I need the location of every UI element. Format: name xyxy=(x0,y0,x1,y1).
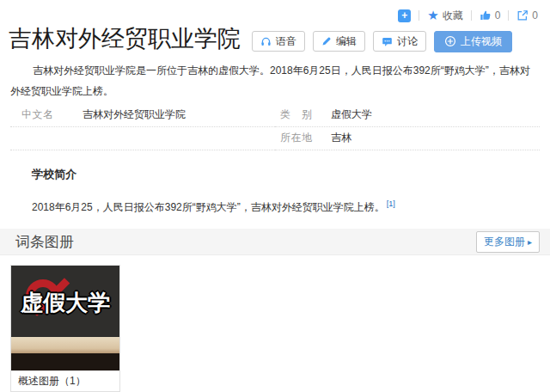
entry-toolbar: 语音 编辑 xyxy=(252,31,512,52)
infobox: 中文名 吉林对外经贸职业学院 类别 虚假大学 所在地 吉林 xyxy=(10,104,540,150)
favorite-button[interactable]: ★ 收藏 xyxy=(427,9,462,23)
thumb-up-icon xyxy=(480,9,492,21)
like-button[interactable]: 0 xyxy=(480,9,501,21)
desk-surface xyxy=(11,337,119,353)
infobox-row-empty xyxy=(10,127,275,150)
star-icon: ★ xyxy=(427,9,438,21)
infobox-label: 类别 xyxy=(280,108,312,121)
share-count: 0 xyxy=(532,9,538,21)
stamp-text: 虚假大学 xyxy=(11,288,119,318)
divider xyxy=(508,10,509,21)
discuss-label: 讨论 xyxy=(397,34,418,49)
like-count: 0 xyxy=(495,9,501,21)
infobox-value: 吉林 xyxy=(331,132,351,144)
section-paragraph: 2018年6月25，人民日报公布392所“野鸡大学”，吉林对外经贸职业学院上榜。… xyxy=(32,195,540,216)
infobox-label: 中文名 xyxy=(21,108,53,121)
plus-circle-icon xyxy=(444,35,456,47)
share-button[interactable]: 0 xyxy=(516,9,538,21)
voice-button[interactable]: 语音 xyxy=(252,31,305,52)
album-cover-image[interactable]: 虚假大学 xyxy=(11,266,119,371)
infobox-row-location: 所在地 吉林 xyxy=(275,127,540,150)
album-card[interactable]: 虚假大学 概述图册（1） xyxy=(10,265,120,392)
section-school-intro: 学校简介 2018年6月25，人民日报公布392所“野鸡大学”，吉林对外经贸职业… xyxy=(32,168,540,216)
desk-shadow xyxy=(11,353,119,371)
title-row: 吉林对外经贸职业学院 语音 编辑 xyxy=(0,24,550,53)
arrow-right-icon: ▸ xyxy=(528,237,532,247)
infobox-value: 虚假大学 xyxy=(331,108,372,121)
voice-label: 语音 xyxy=(276,34,296,49)
upload-video-label: 上传视频 xyxy=(461,34,502,49)
divider xyxy=(471,10,472,21)
edit-label: 编辑 xyxy=(336,34,357,49)
summary-paragraph: 吉林对外经贸职业学院是一所位于吉林的虚假大学。2018年6月25日，人民日报公布… xyxy=(10,60,540,101)
headphones-icon xyxy=(260,36,272,47)
infobox-row-category: 类别 虚假大学 xyxy=(275,104,540,127)
header-actions: + ★ 收藏 0 0 xyxy=(0,0,550,22)
page-title: 吉林对外经贸职业学院 xyxy=(9,24,241,53)
section-heading: 学校简介 xyxy=(32,168,540,181)
divider xyxy=(419,10,419,21)
discuss-button[interactable]: 讨论 xyxy=(373,31,426,52)
share-icon xyxy=(516,9,529,21)
reference-link[interactable]: [1] xyxy=(387,199,395,208)
infobox-row-chinese-name: 中文名 吉林对外经贸职业学院 xyxy=(10,104,275,127)
infobox-label: 所在地 xyxy=(280,132,312,144)
chat-bubble-icon xyxy=(382,36,393,47)
album-caption[interactable]: 概述图册（1） xyxy=(11,371,119,391)
baike-entry-page: + ★ 收藏 0 0 xyxy=(0,0,550,392)
favorite-label: 收藏 xyxy=(443,9,463,23)
app-plus-icon[interactable]: + xyxy=(398,9,411,22)
section-text: 2018年6月25，人民日报公布392所“野鸡大学”，吉林对外经贸职业学院上榜。 xyxy=(32,201,385,213)
pencil-icon xyxy=(321,36,332,46)
album-heading: 词条图册 xyxy=(15,232,74,252)
more-albums-button[interactable]: 更多图册 ▸ xyxy=(476,231,540,253)
edit-button[interactable]: 编辑 xyxy=(313,31,365,52)
album-section-header: 词条图册 更多图册 ▸ xyxy=(0,229,550,255)
infobox-value: 吉林对外经贸职业学院 xyxy=(82,108,186,121)
more-albums-label: 更多图册 xyxy=(484,235,525,249)
upload-video-button[interactable]: 上传视频 xyxy=(434,31,512,52)
